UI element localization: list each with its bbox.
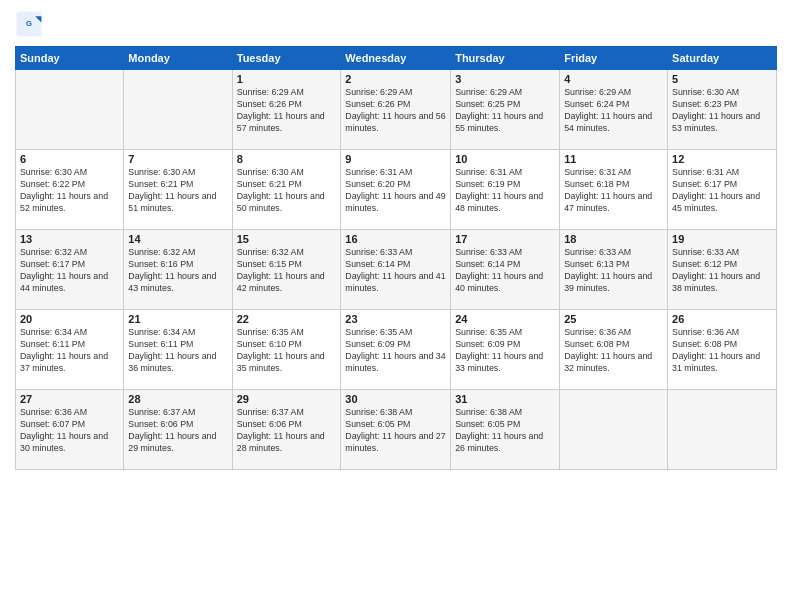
day-number: 26 (672, 313, 772, 325)
day-number: 19 (672, 233, 772, 245)
day-number: 2 (345, 73, 446, 85)
weekday-header-tuesday: Tuesday (232, 47, 341, 70)
calendar-cell: 8Sunrise: 6:30 AM Sunset: 6:21 PM Daylig… (232, 150, 341, 230)
day-info: Sunrise: 6:36 AM Sunset: 6:08 PM Dayligh… (672, 327, 772, 375)
day-number: 15 (237, 233, 337, 245)
day-info: Sunrise: 6:29 AM Sunset: 6:25 PM Dayligh… (455, 87, 555, 135)
day-number: 13 (20, 233, 119, 245)
day-info: Sunrise: 6:31 AM Sunset: 6:17 PM Dayligh… (672, 167, 772, 215)
calendar-cell: 30Sunrise: 6:38 AM Sunset: 6:05 PM Dayli… (341, 390, 451, 470)
day-info: Sunrise: 6:35 AM Sunset: 6:09 PM Dayligh… (455, 327, 555, 375)
weekday-header-monday: Monday (124, 47, 232, 70)
calendar-cell: 26Sunrise: 6:36 AM Sunset: 6:08 PM Dayli… (668, 310, 777, 390)
day-info: Sunrise: 6:32 AM Sunset: 6:15 PM Dayligh… (237, 247, 337, 295)
weekday-header-thursday: Thursday (451, 47, 560, 70)
day-number: 22 (237, 313, 337, 325)
day-info: Sunrise: 6:33 AM Sunset: 6:12 PM Dayligh… (672, 247, 772, 295)
calendar-cell: 4Sunrise: 6:29 AM Sunset: 6:24 PM Daylig… (560, 70, 668, 150)
calendar-cell: 27Sunrise: 6:36 AM Sunset: 6:07 PM Dayli… (16, 390, 124, 470)
day-number: 25 (564, 313, 663, 325)
day-info: Sunrise: 6:31 AM Sunset: 6:20 PM Dayligh… (345, 167, 446, 215)
calendar-cell: 22Sunrise: 6:35 AM Sunset: 6:10 PM Dayli… (232, 310, 341, 390)
day-number: 1 (237, 73, 337, 85)
calendar-cell: 9Sunrise: 6:31 AM Sunset: 6:20 PM Daylig… (341, 150, 451, 230)
weekday-header-saturday: Saturday (668, 47, 777, 70)
calendar-cell: 29Sunrise: 6:37 AM Sunset: 6:06 PM Dayli… (232, 390, 341, 470)
day-number: 30 (345, 393, 446, 405)
calendar-cell: 20Sunrise: 6:34 AM Sunset: 6:11 PM Dayli… (16, 310, 124, 390)
calendar-week-3: 13Sunrise: 6:32 AM Sunset: 6:17 PM Dayli… (16, 230, 777, 310)
calendar-cell (16, 70, 124, 150)
day-number: 23 (345, 313, 446, 325)
calendar-cell: 23Sunrise: 6:35 AM Sunset: 6:09 PM Dayli… (341, 310, 451, 390)
day-info: Sunrise: 6:35 AM Sunset: 6:09 PM Dayligh… (345, 327, 446, 375)
day-info: Sunrise: 6:36 AM Sunset: 6:07 PM Dayligh… (20, 407, 119, 455)
day-info: Sunrise: 6:31 AM Sunset: 6:19 PM Dayligh… (455, 167, 555, 215)
calendar-cell: 21Sunrise: 6:34 AM Sunset: 6:11 PM Dayli… (124, 310, 232, 390)
calendar-cell: 10Sunrise: 6:31 AM Sunset: 6:19 PM Dayli… (451, 150, 560, 230)
calendar-cell: 1Sunrise: 6:29 AM Sunset: 6:26 PM Daylig… (232, 70, 341, 150)
calendar-cell: 11Sunrise: 6:31 AM Sunset: 6:18 PM Dayli… (560, 150, 668, 230)
calendar-cell: 19Sunrise: 6:33 AM Sunset: 6:12 PM Dayli… (668, 230, 777, 310)
day-number: 29 (237, 393, 337, 405)
day-info: Sunrise: 6:38 AM Sunset: 6:05 PM Dayligh… (455, 407, 555, 455)
day-number: 9 (345, 153, 446, 165)
day-info: Sunrise: 6:30 AM Sunset: 6:21 PM Dayligh… (237, 167, 337, 215)
day-info: Sunrise: 6:38 AM Sunset: 6:05 PM Dayligh… (345, 407, 446, 455)
day-info: Sunrise: 6:33 AM Sunset: 6:13 PM Dayligh… (564, 247, 663, 295)
calendar-week-4: 20Sunrise: 6:34 AM Sunset: 6:11 PM Dayli… (16, 310, 777, 390)
day-number: 8 (237, 153, 337, 165)
day-number: 10 (455, 153, 555, 165)
calendar-cell: 13Sunrise: 6:32 AM Sunset: 6:17 PM Dayli… (16, 230, 124, 310)
day-info: Sunrise: 6:29 AM Sunset: 6:26 PM Dayligh… (237, 87, 337, 135)
day-info: Sunrise: 6:30 AM Sunset: 6:22 PM Dayligh… (20, 167, 119, 215)
day-number: 28 (128, 393, 227, 405)
day-info: Sunrise: 6:32 AM Sunset: 6:17 PM Dayligh… (20, 247, 119, 295)
day-info: Sunrise: 6:29 AM Sunset: 6:26 PM Dayligh… (345, 87, 446, 135)
day-number: 27 (20, 393, 119, 405)
day-info: Sunrise: 6:33 AM Sunset: 6:14 PM Dayligh… (345, 247, 446, 295)
calendar-cell: 2Sunrise: 6:29 AM Sunset: 6:26 PM Daylig… (341, 70, 451, 150)
day-number: 31 (455, 393, 555, 405)
calendar-cell (668, 390, 777, 470)
calendar-cell (124, 70, 232, 150)
calendar-cell: 25Sunrise: 6:36 AM Sunset: 6:08 PM Dayli… (560, 310, 668, 390)
day-number: 12 (672, 153, 772, 165)
calendar-cell: 31Sunrise: 6:38 AM Sunset: 6:05 PM Dayli… (451, 390, 560, 470)
day-number: 21 (128, 313, 227, 325)
weekday-header-sunday: Sunday (16, 47, 124, 70)
day-info: Sunrise: 6:37 AM Sunset: 6:06 PM Dayligh… (128, 407, 227, 455)
calendar-cell: 12Sunrise: 6:31 AM Sunset: 6:17 PM Dayli… (668, 150, 777, 230)
calendar-cell: 24Sunrise: 6:35 AM Sunset: 6:09 PM Dayli… (451, 310, 560, 390)
day-number: 6 (20, 153, 119, 165)
calendar-week-5: 27Sunrise: 6:36 AM Sunset: 6:07 PM Dayli… (16, 390, 777, 470)
calendar-cell: 17Sunrise: 6:33 AM Sunset: 6:14 PM Dayli… (451, 230, 560, 310)
logo-icon: G (15, 10, 43, 38)
calendar-cell (560, 390, 668, 470)
calendar-cell: 28Sunrise: 6:37 AM Sunset: 6:06 PM Dayli… (124, 390, 232, 470)
weekday-header-wednesday: Wednesday (341, 47, 451, 70)
svg-text:G: G (26, 19, 32, 28)
day-number: 3 (455, 73, 555, 85)
day-number: 24 (455, 313, 555, 325)
day-info: Sunrise: 6:30 AM Sunset: 6:23 PM Dayligh… (672, 87, 772, 135)
day-number: 11 (564, 153, 663, 165)
day-number: 16 (345, 233, 446, 245)
day-number: 20 (20, 313, 119, 325)
calendar-cell: 14Sunrise: 6:32 AM Sunset: 6:16 PM Dayli… (124, 230, 232, 310)
day-number: 5 (672, 73, 772, 85)
day-info: Sunrise: 6:30 AM Sunset: 6:21 PM Dayligh… (128, 167, 227, 215)
day-info: Sunrise: 6:37 AM Sunset: 6:06 PM Dayligh… (237, 407, 337, 455)
calendar-cell: 7Sunrise: 6:30 AM Sunset: 6:21 PM Daylig… (124, 150, 232, 230)
day-number: 14 (128, 233, 227, 245)
calendar-cell: 3Sunrise: 6:29 AM Sunset: 6:25 PM Daylig… (451, 70, 560, 150)
day-number: 17 (455, 233, 555, 245)
calendar-cell: 16Sunrise: 6:33 AM Sunset: 6:14 PM Dayli… (341, 230, 451, 310)
day-number: 18 (564, 233, 663, 245)
weekday-header-row: SundayMondayTuesdayWednesdayThursdayFrid… (16, 47, 777, 70)
calendar-table: SundayMondayTuesdayWednesdayThursdayFrid… (15, 46, 777, 470)
day-number: 7 (128, 153, 227, 165)
calendar-cell: 15Sunrise: 6:32 AM Sunset: 6:15 PM Dayli… (232, 230, 341, 310)
day-info: Sunrise: 6:35 AM Sunset: 6:10 PM Dayligh… (237, 327, 337, 375)
day-info: Sunrise: 6:29 AM Sunset: 6:24 PM Dayligh… (564, 87, 663, 135)
